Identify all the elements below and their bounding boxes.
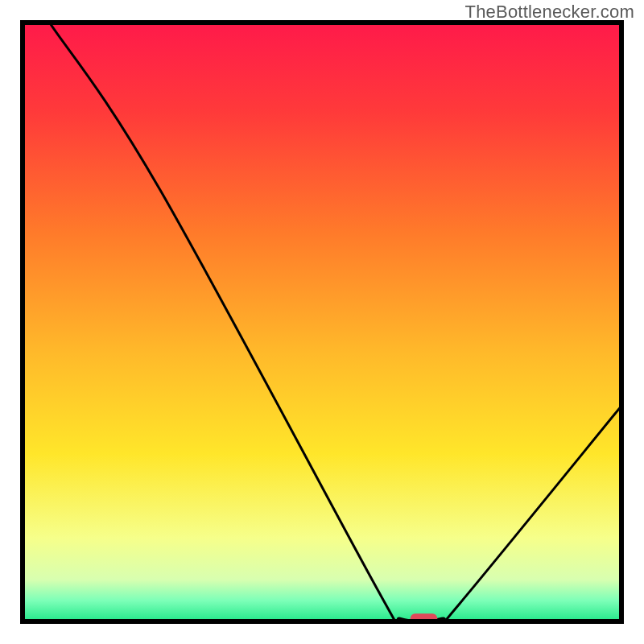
plot-area xyxy=(23,23,621,637)
watermark-text: TheBottlenecker.com xyxy=(465,2,634,23)
chart-frame: TheBottlenecker.com xyxy=(0,0,644,644)
bottleneck-chart xyxy=(0,0,644,644)
